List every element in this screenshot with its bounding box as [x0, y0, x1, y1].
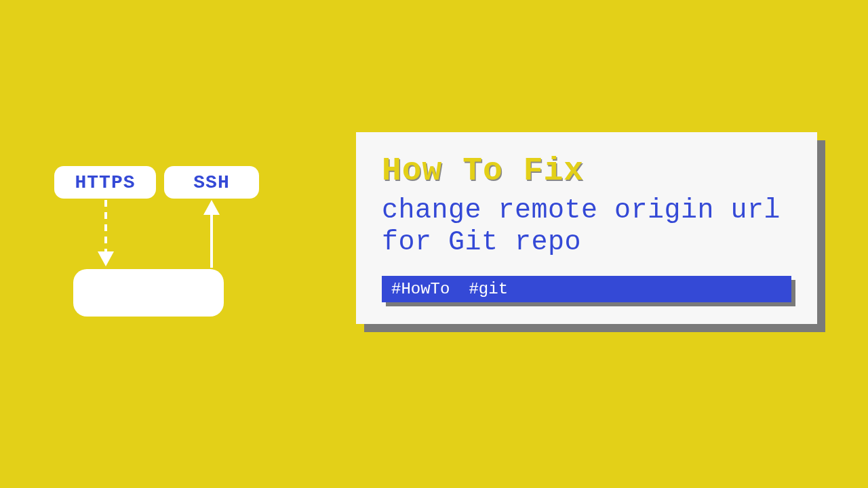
arrow-down-icon — [99, 200, 113, 268]
ssh-pill: SSH — [164, 166, 259, 199]
tag-howto: #HowTo — [391, 280, 450, 298]
info-card: How To Fix change remote origin url for … — [356, 132, 817, 324]
arrow-up-icon — [205, 200, 218, 268]
card-title: How To Fix — [382, 152, 791, 189]
ssh-label: SSH — [193, 172, 229, 193]
protocol-diagram: HTTPS SSH — [54, 166, 271, 322]
repo-box — [73, 269, 224, 317]
https-pill: HTTPS — [54, 166, 156, 199]
https-label: HTTPS — [75, 172, 135, 193]
card-subtitle: change remote origin url for Git repo — [382, 195, 791, 258]
tag-git: #git — [469, 280, 508, 298]
tag-bar: #HowTo #git — [382, 276, 791, 302]
